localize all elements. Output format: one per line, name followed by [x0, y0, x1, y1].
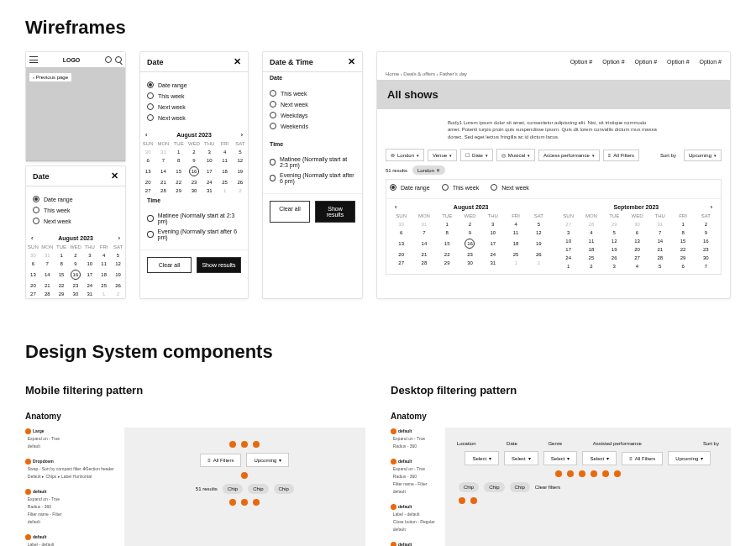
section-label: Date [263, 72, 362, 81]
chip[interactable]: Chip [510, 482, 530, 492]
account-icon[interactable] [105, 56, 112, 63]
sort-select[interactable]: Upcoming ▾ [668, 451, 711, 465]
chip[interactable]: Chip [459, 482, 479, 492]
nav-link[interactable]: Option # [570, 59, 592, 65]
radio-label: This week [44, 207, 71, 213]
radio[interactable] [491, 184, 497, 191]
radio[interactable] [33, 218, 39, 224]
close-icon[interactable]: ✕ [348, 56, 355, 67]
filter-location[interactable]: ⊚ London ▾ [386, 149, 424, 161]
filter-genre[interactable]: ◎ Musical ▾ [496, 149, 535, 161]
nav-link[interactable]: Option # [667, 59, 689, 65]
calendar[interactable]: SUNMONTUEWEDTHUFRISAT3031123456789101112… [140, 139, 248, 195]
radio-label: Next week [158, 104, 186, 110]
show-results-button[interactable]: Show results [315, 201, 355, 223]
sort-select[interactable]: Upcoming ▾ [684, 150, 722, 161]
radio[interactable] [33, 196, 39, 202]
filter-select[interactable]: Select ▾ [504, 451, 538, 465]
wireframe-date-panel: Date✕ Date range This week Next week Nex… [139, 51, 249, 299]
radio[interactable] [270, 175, 276, 181]
nav-link[interactable]: Option # [700, 59, 722, 65]
filter-venue[interactable]: Venue ▾ [428, 150, 457, 161]
radio-label: Matinee (Normally start at 2:3 pm) [158, 213, 241, 224]
radio-label: Next week [44, 218, 71, 224]
radio[interactable] [147, 215, 154, 222]
radio-label: Evening (Normally start after 6 pm) [158, 228, 242, 240]
month-label: August 2023 [454, 204, 489, 210]
month-label: August 2023 [58, 235, 93, 241]
all-filters-button[interactable]: ≡ All Filters [200, 454, 241, 467]
radio-label: Date range [158, 82, 187, 88]
results-count: 51 results [386, 168, 407, 173]
sort-label: Sort by [656, 150, 680, 160]
chip[interactable]: Chip [484, 482, 504, 492]
radio[interactable] [33, 207, 39, 213]
clear-button[interactable]: Clear all [147, 257, 192, 273]
nav-link[interactable]: Option # [635, 59, 657, 65]
chip[interactable]: Chip [223, 484, 243, 494]
next-month-icon[interactable]: › [118, 235, 120, 241]
prev-month-icon[interactable]: ‹ [395, 204, 396, 210]
radio[interactable] [270, 159, 276, 165]
pattern-title: Mobile filtering pattern [25, 384, 365, 396]
col-label: Sort by [703, 441, 719, 446]
col-label: Genre [548, 441, 562, 446]
radio[interactable] [147, 231, 154, 238]
radio[interactable] [147, 92, 154, 99]
close-icon[interactable]: ✕ [234, 56, 241, 67]
filter-access[interactable]: Access performance ▾ [538, 150, 600, 161]
prev-month-icon[interactable]: ‹ [31, 235, 33, 241]
menu-icon[interactable] [29, 56, 38, 63]
filter-select[interactable]: Select ▾ [543, 451, 578, 465]
sort-select[interactable]: Upcoming ▾ [246, 453, 289, 467]
radio[interactable] [270, 90, 276, 97]
radio[interactable] [270, 101, 276, 108]
radio[interactable] [270, 112, 276, 118]
radio[interactable] [270, 123, 276, 129]
panel-title: Date [33, 172, 50, 181]
page-title: All shows [377, 80, 730, 109]
col-label: Date [507, 441, 517, 446]
month-label: August 2023 [176, 132, 212, 138]
search-icon[interactable] [115, 56, 122, 63]
clear-filters-link[interactable]: Clear filters [535, 485, 560, 490]
next-month-icon[interactable]: › [241, 132, 243, 138]
nav-link[interactable]: Option # [602, 59, 624, 65]
close-icon[interactable]: ✕ [111, 171, 118, 181]
chip[interactable]: Chip [248, 484, 268, 494]
filter-tag[interactable]: London ✕ [412, 165, 445, 175]
section-label: Time [263, 139, 362, 147]
radio-label: Weekdays [281, 113, 308, 118]
calendar[interactable]: SUNMONTUEWEDTHUFRISAT3031123456789101112… [26, 243, 125, 298]
prev-month-icon[interactable]: ‹ [145, 132, 147, 138]
anatomy-mock: Location Date Genre Assisted performance… [445, 428, 731, 546]
calendar[interactable]: SUNMONTUEWEDTHUFRISAT2728293031123456789… [557, 212, 717, 270]
calendar[interactable]: SUNMONTUEWEDTHUFRISAT3031123456789101112… [390, 212, 550, 267]
radio[interactable] [147, 114, 154, 121]
radio-label: Next week [281, 102, 308, 108]
all-filters-button[interactable]: ≡ All Filters [603, 150, 639, 161]
next-month-icon[interactable]: › [711, 204, 712, 210]
radio[interactable] [147, 81, 154, 88]
breadcrumb: Home › Deals & offers › Father's day [377, 71, 730, 80]
radio[interactable] [390, 184, 396, 191]
month-label: September 2023 [613, 204, 659, 210]
all-filters-button[interactable]: ≡ All Filters [622, 452, 663, 465]
section-title: Design System components [25, 341, 731, 363]
filter-date[interactable]: ☐ Date ▾ [460, 149, 493, 161]
radio-label: This week [281, 91, 307, 97]
radio[interactable] [147, 103, 154, 110]
back-link[interactable]: ‹ Previous page [29, 73, 71, 81]
radio-label: Weekends [281, 123, 308, 129]
clear-button[interactable]: Clear all [270, 201, 310, 223]
chip[interactable]: Chip [274, 484, 294, 494]
filter-select[interactable]: Select ▾ [465, 451, 499, 465]
radio[interactable] [442, 184, 449, 191]
radio-label: Evening (Normally start after 6 pm) [280, 172, 355, 184]
radio-label: Date range [44, 197, 73, 202]
anatomy-legend: Large Expand on - True defaultDropdown S… [25, 428, 114, 546]
show-results-button[interactable]: Show results [197, 257, 241, 273]
filter-select[interactable]: Select ▾ [582, 451, 617, 465]
page-description: Body1 Lorem ipsum dolor sit amet, consec… [448, 119, 659, 140]
radio-label: Matinee (Normally start at 2:3 pm) [280, 156, 355, 168]
